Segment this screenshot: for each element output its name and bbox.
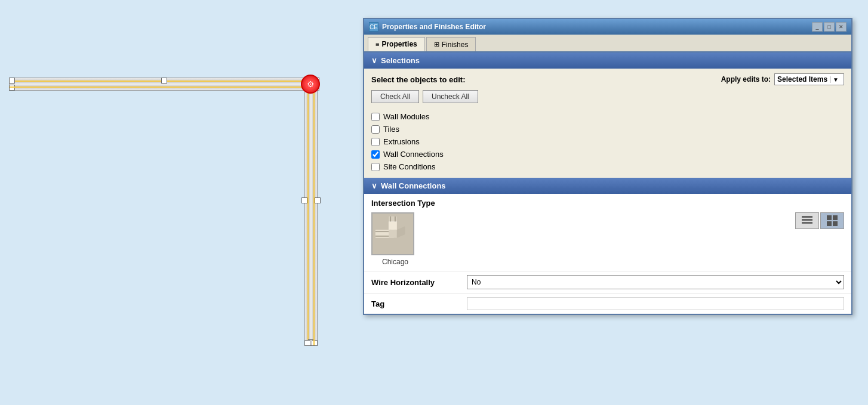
wall-modules-label: Wall Modules <box>383 112 430 121</box>
extrusions-checkbox[interactable] <box>371 138 380 146</box>
wall-modules-checkbox[interactable] <box>371 113 380 121</box>
tab-bar: ≡ Properties ⊞ Finishes <box>364 35 851 52</box>
tab-finishes[interactable]: ⊞ Finishes <box>426 37 476 51</box>
selections-section-header: ∨ Selections <box>364 52 851 69</box>
checkbox-site-conditions: Site Conditions <box>371 160 844 173</box>
selections-section-title: Selections <box>381 56 420 65</box>
chicago-corner-svg <box>373 213 413 255</box>
chicago-caption: Chicago <box>371 258 419 266</box>
apply-edits-dropdown[interactable]: Selected Items ▼ <box>774 73 844 85</box>
title-bar: CE Properties and Finishes Editor _ □ ✕ <box>364 19 851 35</box>
chicago-image <box>371 212 414 255</box>
grid-view-button[interactable] <box>820 212 844 229</box>
grip-handle[interactable] <box>301 197 307 203</box>
svg-marker-8 <box>389 230 397 238</box>
apply-edits-container: Apply edits to: Selected Items ▼ <box>721 73 844 85</box>
svg-marker-7 <box>389 222 397 230</box>
grip-handle[interactable] <box>9 85 15 91</box>
tag-label: Tag <box>371 299 467 308</box>
svg-rect-15 <box>827 215 832 220</box>
grip-handle[interactable] <box>161 78 167 84</box>
uncheck-all-button[interactable]: Uncheck All <box>423 90 478 103</box>
svg-rect-16 <box>833 215 838 220</box>
wc-collapse-icon[interactable]: ∨ <box>371 181 377 190</box>
window-controls: _ □ ✕ <box>812 22 847 32</box>
checkbox-wall-connections: Wall Connections <box>371 148 844 160</box>
site-conditions-checkbox[interactable] <box>371 163 380 171</box>
intersection-content: Chicago <box>371 212 844 266</box>
intersection-type-label: Intersection Type <box>371 199 844 208</box>
checkbox-extrusions: Extrusions <box>371 135 844 148</box>
list-view-icon <box>801 214 814 227</box>
svg-rect-17 <box>827 221 832 226</box>
grip-handle[interactable] <box>312 340 318 346</box>
properties-panel: CE Properties and Finishes Editor _ □ ✕ … <box>363 18 852 315</box>
maximize-button[interactable]: □ <box>824 22 835 32</box>
dropdown-arrow-icon: ▼ <box>830 76 839 83</box>
checkbox-list: Wall Modules Tiles Extrusions Wall Conne… <box>364 108 851 178</box>
select-objects-label: Select the objects to edit: <box>371 75 465 84</box>
extrusions-label: Extrusions <box>383 137 420 146</box>
tag-value <box>467 297 844 310</box>
selection-row: Select the objects to edit: Apply edits … <box>364 69 851 90</box>
minimize-button[interactable]: _ <box>812 22 823 32</box>
check-buttons-row: Check All Uncheck All <box>364 90 851 108</box>
window-title: Properties and Finishes Editor <box>382 23 812 31</box>
grip-handle[interactable] <box>304 340 310 346</box>
apply-edits-label: Apply edits to: <box>721 75 771 84</box>
checkbox-tiles: Tiles <box>371 123 844 135</box>
wall-connections-checkbox[interactable] <box>371 150 380 159</box>
chicago-tile[interactable]: Chicago <box>371 212 419 266</box>
check-all-button[interactable]: Check All <box>371 90 419 103</box>
wire-horizontally-row: Wire Horizontally No Yes <box>364 271 851 293</box>
selections-collapse-icon[interactable]: ∨ <box>371 56 377 65</box>
site-conditions-label: Site Conditions <box>383 162 435 171</box>
tag-row: Tag <box>364 293 851 314</box>
wall-vertical <box>304 78 318 346</box>
corner-connection-icon[interactable] <box>301 75 320 94</box>
intersection-type-section: Intersection Type <box>364 194 851 271</box>
wire-horizontally-label: Wire Horizontally <box>371 278 467 287</box>
app-icon: CE <box>369 22 378 32</box>
svg-rect-12 <box>802 216 812 218</box>
svg-rect-14 <box>802 222 812 224</box>
wall-connections-section-title: Wall Connections <box>381 181 446 190</box>
wall-connections-label: Wall Connections <box>383 150 444 159</box>
grip-handle[interactable] <box>9 78 15 84</box>
tiles-label: Tiles <box>383 125 399 134</box>
tiles-checkbox[interactable] <box>371 125 380 134</box>
finishes-tab-icon: ⊞ <box>434 41 439 48</box>
list-view-button[interactable] <box>795 212 819 229</box>
view-buttons <box>795 212 844 229</box>
grip-handle[interactable] <box>315 197 321 203</box>
grid-view-icon <box>826 214 839 227</box>
wall-connections-section-header: ∨ Wall Connections <box>364 178 851 194</box>
wall-horizontal <box>9 78 319 91</box>
properties-tab-icon: ≡ <box>375 41 379 48</box>
cad-drawing-area <box>0 0 358 405</box>
close-button[interactable]: ✕ <box>836 22 847 32</box>
tag-input[interactable] <box>467 297 844 310</box>
svg-rect-18 <box>833 221 838 226</box>
tab-properties[interactable]: ≡ Properties <box>368 37 425 51</box>
wire-horizontally-value: No Yes <box>467 275 844 289</box>
apply-edits-value: Selected Items <box>777 75 827 84</box>
svg-rect-13 <box>802 219 812 221</box>
wire-horizontally-dropdown[interactable]: No Yes <box>467 275 844 289</box>
checkbox-wall-modules: Wall Modules <box>371 110 844 123</box>
